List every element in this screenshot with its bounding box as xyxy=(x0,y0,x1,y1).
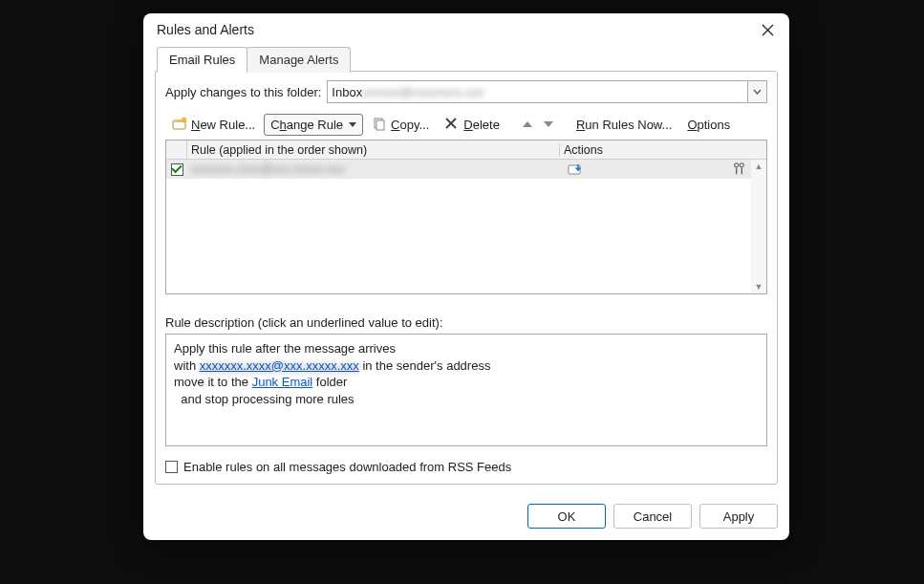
desc-line3: move it to the Junk Email folder xyxy=(174,374,759,391)
svg-point-13 xyxy=(735,163,739,167)
tab-email-rules[interactable]: Email Rules xyxy=(157,47,247,73)
desc-line4: and stop processing more rules xyxy=(174,391,759,408)
column-actions[interactable]: Actions xyxy=(560,143,751,157)
svg-point-15 xyxy=(740,163,743,167)
tab-manage-alerts[interactable]: Manage Alerts xyxy=(247,47,351,73)
cancel-button[interactable]: Cancel xyxy=(613,504,692,529)
rule-checkbox[interactable] xyxy=(166,163,187,176)
arrow-up-icon xyxy=(523,121,532,127)
scrollbar[interactable]: ▲ ▼ xyxy=(751,160,766,293)
move-up-button[interactable] xyxy=(518,118,537,131)
change-rule-label: Change Rule xyxy=(270,118,343,132)
folder-row: Apply changes to this folder: Inbox xxxx… xyxy=(165,80,767,103)
run-rules-label: Run Rules Now... xyxy=(576,118,672,132)
folder-value-hidden: xxxxxx@xxxxxxxx.xxx xyxy=(362,85,483,99)
arrow-down-icon xyxy=(544,121,553,127)
delete-icon xyxy=(444,117,460,132)
folder-value: Inbox xyxy=(332,85,362,99)
rule-name: xxxxxxx.xxxx@xxx.xxxxx.xxx xyxy=(187,162,560,176)
rule-actions xyxy=(560,162,751,177)
options-button[interactable]: Options xyxy=(680,114,737,136)
run-rules-now-button[interactable]: Run Rules Now... xyxy=(569,114,678,136)
desc-line1: Apply this rule after the message arrive… xyxy=(174,340,759,357)
scroll-down-icon: ▼ xyxy=(755,282,763,292)
rss-label: Enable rules on all messages downloaded … xyxy=(183,460,511,474)
desc-folder-link[interactable]: Junk Email xyxy=(252,375,313,389)
rules-alerts-dialog: Rules and Alerts Email Rules Manage Aler… xyxy=(143,13,789,540)
rss-row: Enable rules on all messages downloaded … xyxy=(165,460,767,474)
rss-checkbox[interactable] xyxy=(165,461,178,473)
options-label: Options xyxy=(687,118,730,132)
chevron-down-icon[interactable] xyxy=(747,81,766,102)
dropdown-arrow-icon xyxy=(349,122,356,127)
description-label: Rule description (click an underlined va… xyxy=(165,315,767,330)
toolbar: New Rule... Change Rule Copy... Del xyxy=(165,113,767,136)
rules-table: Rule (applied in the order shown) Action… xyxy=(165,140,767,294)
delete-label: Delete xyxy=(463,118,500,132)
folder-label: Apply changes to this folder: xyxy=(165,85,321,99)
checkbox-checked-icon xyxy=(171,163,183,176)
new-rule-label: New Rule... xyxy=(191,118,255,132)
titlebar: Rules and Alerts xyxy=(143,13,789,44)
folder-select[interactable]: Inbox xxxxxx@xxxxxxxx.xxx xyxy=(327,80,767,103)
apply-button[interactable]: Apply xyxy=(699,504,778,529)
copy-button[interactable]: Copy... xyxy=(365,113,436,136)
dialog-content: Email Rules Manage Alerts Apply changes … xyxy=(143,44,789,496)
description-box: Apply this rule after the message arrive… xyxy=(165,334,767,446)
move-folder-icon xyxy=(568,162,583,177)
table-row[interactable]: xxxxxxx.xxxx@xxx.xxxxx.xxx xyxy=(166,160,766,179)
move-down-button[interactable] xyxy=(539,118,558,131)
column-rule[interactable]: Rule (applied in the order shown) xyxy=(187,143,560,157)
close-button[interactable] xyxy=(759,21,776,38)
column-checkbox[interactable] xyxy=(166,141,187,159)
copy-label: Copy... xyxy=(391,118,429,132)
desc-line2: with xxxxxxx.xxxx@xxx.xxxxx.xxx in the s… xyxy=(174,357,759,375)
change-rule-button[interactable]: Change Rule xyxy=(264,114,363,136)
desc-sender-link[interactable]: xxxxxxx.xxxx@xxx.xxxxx.xxx xyxy=(200,358,359,373)
dialog-title: Rules and Alerts xyxy=(157,22,254,37)
ok-button[interactable]: OK xyxy=(527,504,606,529)
rules-table-header: Rule (applied in the order shown) Action… xyxy=(166,141,766,160)
svg-rect-8 xyxy=(376,120,384,130)
delete-button[interactable]: Delete xyxy=(438,113,506,136)
new-rule-icon xyxy=(172,117,187,132)
scroll-up-icon: ▲ xyxy=(755,162,763,171)
wrench-icon xyxy=(732,162,747,177)
tab-panel-email-rules: Apply changes to this folder: Inbox xxxx… xyxy=(155,71,778,485)
tab-strip: Email Rules Manage Alerts xyxy=(155,46,778,72)
dialog-button-row: OK Cancel Apply xyxy=(143,496,789,540)
close-icon xyxy=(762,24,774,36)
new-rule-button[interactable]: New Rule... xyxy=(165,113,262,136)
copy-icon xyxy=(372,117,387,132)
